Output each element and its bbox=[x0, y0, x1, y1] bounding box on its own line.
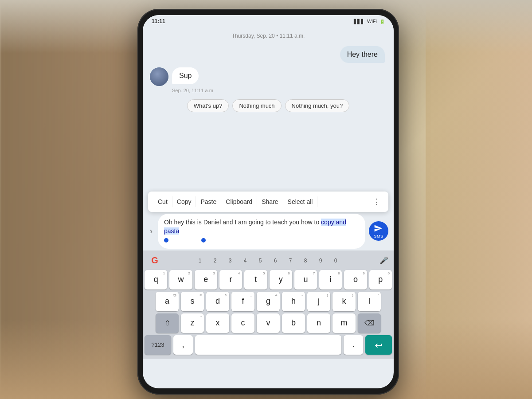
google-button[interactable]: G bbox=[148, 254, 161, 267]
sent-text: Hey there bbox=[347, 51, 378, 58]
shift-key[interactable]: ⇧ bbox=[156, 313, 179, 333]
period-key[interactable]: . bbox=[344, 335, 363, 355]
key-row-1: 1q 2w 3e 4r 5t 6y 7u 8i 9o 0p bbox=[145, 270, 392, 289]
keyboard-top-row: G 1 2 3 4 5 6 7 8 9 0 🎤 bbox=[145, 253, 392, 270]
cut-button[interactable]: Cut bbox=[153, 196, 172, 207]
more-options-button[interactable]: ⋮ bbox=[370, 195, 383, 208]
status-time: 11:11 bbox=[152, 18, 165, 24]
space-key[interactable] bbox=[195, 335, 341, 355]
smart-replies: What's up? Nothing much Nothing much, yo… bbox=[143, 98, 394, 116]
context-toolbar: Cut Copy Paste Clipboard Share Select al… bbox=[148, 192, 388, 212]
enter-key[interactable] bbox=[365, 335, 392, 355]
key-u[interactable]: 7u bbox=[294, 270, 317, 289]
sms-label: SMS bbox=[374, 234, 383, 239]
avatar bbox=[150, 67, 168, 86]
key-c[interactable]: c bbox=[231, 313, 254, 333]
battery-icon: 🔋 bbox=[379, 19, 385, 24]
key-j[interactable]: (j bbox=[307, 292, 330, 311]
sent-bubble: Hey there bbox=[340, 46, 385, 63]
send-icon bbox=[374, 224, 383, 233]
smart-reply-1[interactable]: Nothing much bbox=[232, 99, 281, 112]
numbers-key[interactable]: ?123 bbox=[145, 335, 171, 355]
key-e[interactable]: 3e bbox=[195, 270, 217, 289]
paste-button[interactable]: Paste bbox=[196, 196, 221, 207]
key-a[interactable]: @a bbox=[156, 292, 179, 311]
phone-frame: 11:11 ▋▋▋ WiFi 🔋 Thursday, Sep. 20 • 11:… bbox=[137, 9, 399, 395]
phone-screen: 11:11 ▋▋▋ WiFi 🔋 Thursday, Sep. 20 • 11:… bbox=[143, 15, 394, 388]
text-input[interactable]: Oh hey this is Daniel and I am going to … bbox=[158, 214, 365, 249]
received-timestamp: Sep. 20, 11:11 a.m. bbox=[143, 88, 394, 93]
key-g[interactable]: &g bbox=[257, 292, 280, 311]
avatar-image bbox=[150, 67, 168, 86]
key-k[interactable]: )k bbox=[332, 292, 356, 311]
selection-handle-left[interactable] bbox=[164, 238, 168, 243]
select-all-button[interactable]: Select all bbox=[283, 196, 318, 207]
backspace-key[interactable]: ⌫ bbox=[358, 313, 381, 333]
signal-icon: ▋▋▋ bbox=[354, 19, 364, 24]
key-r[interactable]: 4r bbox=[219, 270, 242, 289]
key-row-3: ⇧ *z x c v b n m ⌫ bbox=[145, 313, 392, 333]
key-f[interactable]: _f bbox=[231, 292, 254, 311]
copy-button[interactable]: Copy bbox=[172, 196, 196, 207]
key-v[interactable]: v bbox=[257, 313, 280, 333]
expand-button[interactable]: › bbox=[148, 225, 154, 238]
key-l[interactable]: 'l bbox=[358, 292, 381, 311]
key-b[interactable]: b bbox=[282, 313, 305, 333]
selection-handle-right[interactable] bbox=[201, 238, 206, 243]
message-timestamp: Thursday, Sep. 20 • 11:11 a.m. bbox=[143, 27, 394, 46]
num-row-numbers: 1 2 3 4 5 6 7 8 9 0 bbox=[199, 258, 343, 264]
key-d[interactable]: $d bbox=[206, 292, 229, 311]
status-bar: 11:11 ▋▋▋ WiFi 🔋 bbox=[143, 15, 394, 27]
key-z[interactable]: *z bbox=[181, 313, 204, 333]
key-t[interactable]: 5t bbox=[244, 270, 267, 289]
received-bubble: Sup bbox=[172, 67, 199, 84]
key-q[interactable]: 1q bbox=[145, 270, 167, 289]
key-o[interactable]: 9o bbox=[344, 270, 367, 289]
key-x[interactable]: x bbox=[206, 313, 229, 333]
received-text: Sup bbox=[179, 72, 192, 79]
smart-reply-2[interactable]: Nothing much, you? bbox=[285, 99, 350, 112]
key-n[interactable]: n bbox=[307, 313, 330, 333]
input-container: Cut Copy Paste Clipboard Share Select al… bbox=[143, 192, 394, 250]
text-field-row: › Oh hey this is Daniel and I am going t… bbox=[148, 214, 388, 249]
comma-key[interactable]: , bbox=[173, 335, 193, 355]
message-area: Thursday, Sep. 20 • 11:11 a.m. Hey there… bbox=[143, 27, 394, 192]
share-button[interactable]: Share bbox=[257, 196, 283, 207]
mic-button[interactable]: 🎤 bbox=[379, 256, 388, 265]
key-m[interactable]: m bbox=[332, 313, 356, 333]
key-s[interactable]: #s bbox=[181, 292, 204, 311]
clipboard-button[interactable]: Clipboard bbox=[221, 196, 257, 207]
key-i[interactable]: 8i bbox=[319, 270, 342, 289]
key-y[interactable]: 6y bbox=[270, 270, 292, 289]
keyboard: G 1 2 3 4 5 6 7 8 9 0 🎤 1q 2w 3e 4r 5t 6… bbox=[143, 250, 394, 359]
key-row-4: ?123 , . bbox=[145, 335, 392, 355]
key-w[interactable]: 2w bbox=[169, 270, 192, 289]
key-p[interactable]: 0p bbox=[369, 270, 392, 289]
send-button[interactable]: SMS bbox=[369, 221, 388, 241]
smart-reply-0[interactable]: What's up? bbox=[187, 99, 229, 112]
key-row-2: @a #s $d _f &g -h (j )k 'l bbox=[145, 292, 392, 311]
sent-message-row: Hey there bbox=[143, 46, 394, 63]
text-before-selection: Oh hey this is Daniel and I am going to … bbox=[164, 219, 321, 226]
enter-icon bbox=[374, 341, 383, 348]
received-message-row: Sup bbox=[143, 67, 394, 86]
key-h[interactable]: -h bbox=[282, 292, 305, 311]
wifi-icon: WiFi bbox=[367, 19, 377, 24]
